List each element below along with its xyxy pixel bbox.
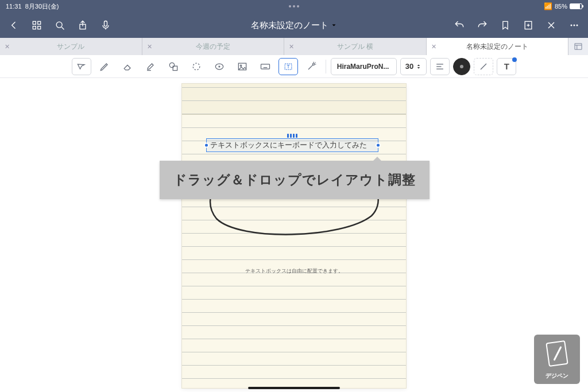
status-date: 8月30日(金): [25, 3, 59, 10]
tab-untitled[interactable]: ✕ 名称未設定のノート: [427, 38, 569, 55]
bg-color-button[interactable]: [474, 58, 493, 75]
svg-text:T: T: [287, 64, 289, 69]
text-style-button[interactable]: T: [497, 58, 516, 75]
resize-handle-left[interactable]: [204, 143, 209, 148]
status-time: 11:31: [6, 3, 22, 10]
svg-line-5: [61, 27, 64, 29]
pen-tool[interactable]: [95, 58, 114, 75]
laser-tool[interactable]: [301, 58, 321, 75]
tab-label: 今週の予定: [196, 42, 230, 52]
tab-layout-button[interactable]: [568, 38, 588, 55]
svg-line-40: [315, 62, 315, 63]
tab-close-icon[interactable]: ✕: [289, 43, 294, 51]
canvas[interactable]: テキストボックスにキーボードで入力してみた テキストボックスは自由に配置できます…: [0, 78, 588, 392]
tab-strip: ✕ サンプル ✕ 今週の予定 ✕ サンプル 横 ✕ 名称未設定のノート: [0, 38, 588, 55]
nav-bar: 名称未設定のノート: [0, 13, 588, 38]
tab-sample-h[interactable]: ✕ サンプル 横: [284, 38, 427, 55]
svg-rect-1: [38, 21, 41, 24]
watermark-logo: デジペン: [534, 335, 580, 384]
font-name-label: HiraMaruProN...: [337, 63, 389, 71]
annotation-callout: ドラッグ＆ドロップでレイアウト調整: [160, 161, 430, 199]
font-picker[interactable]: HiraMaruProN...: [331, 58, 397, 75]
home-indicator[interactable]: [248, 387, 340, 389]
textbox-tool[interactable]: T: [278, 58, 298, 75]
svg-point-37: [312, 63, 314, 65]
tab-label: サンプル: [57, 42, 84, 52]
image-tool[interactable]: [233, 58, 252, 75]
tab-week-plan[interactable]: ✕ 今週の予定: [142, 38, 285, 55]
wifi-icon: 📶: [544, 2, 552, 10]
close-button[interactable]: [542, 16, 560, 34]
sticker-tool[interactable]: [210, 58, 229, 75]
svg-point-23: [193, 63, 200, 70]
tab-label: サンプル 横: [337, 42, 373, 52]
note-page[interactable]: テキストボックスにキーボードで入力してみた テキストボックスは自由に配置できます…: [182, 84, 406, 388]
align-button[interactable]: [430, 58, 450, 75]
placeholder-text: テキストボックスは自由に配置できます。: [245, 268, 343, 274]
multitask-dots-icon[interactable]: [289, 5, 299, 7]
svg-point-4: [56, 22, 62, 28]
svg-marker-25: [218, 65, 220, 68]
tab-close-icon[interactable]: ✕: [431, 43, 436, 51]
tool-bar: T HiraMaruProN... 30 T: [0, 55, 588, 78]
tab-close-icon[interactable]: ✕: [147, 43, 152, 51]
svg-point-15: [574, 25, 575, 26]
divider: [326, 60, 326, 73]
selected-textbox[interactable]: テキストボックスにキーボードで入力してみた: [206, 138, 378, 152]
eraser-tool[interactable]: [118, 58, 137, 75]
doc-title-label: 名称未設定のノート: [251, 20, 328, 31]
text-color-button[interactable]: [453, 58, 470, 75]
redo-button[interactable]: [473, 16, 492, 34]
add-page-button[interactable]: [519, 16, 537, 34]
svg-line-44: [481, 64, 486, 69]
battery-icon: [570, 3, 582, 9]
svg-line-46: [553, 347, 563, 360]
callout-text: ドラッグ＆ドロップでレイアウト調整: [173, 172, 416, 187]
svg-point-14: [571, 25, 572, 26]
svg-rect-7: [105, 21, 107, 26]
font-size-value: 30: [405, 62, 413, 71]
doc-title[interactable]: 名称未設定のノート: [251, 20, 338, 31]
svg-rect-28: [261, 64, 269, 68]
svg-rect-17: [575, 44, 582, 50]
highlighter-tool[interactable]: [141, 58, 160, 75]
keyboard-tool[interactable]: [256, 58, 275, 75]
status-bar: 11:31 8月30日(金) 📶 85%: [0, 0, 588, 13]
svg-rect-2: [33, 26, 36, 29]
resize-handle-right[interactable]: [376, 143, 381, 148]
svg-point-21: [169, 63, 174, 67]
tab-sample[interactable]: ✕ サンプル: [0, 38, 142, 55]
placeholder-textbox[interactable]: テキストボックスは自由に配置できます。: [245, 267, 343, 275]
grid-button[interactable]: [28, 16, 46, 34]
zoom-tool[interactable]: [72, 58, 91, 75]
svg-point-27: [240, 65, 242, 67]
back-button[interactable]: [5, 16, 23, 34]
share-button[interactable]: [74, 16, 92, 34]
drag-grip-icon[interactable]: [287, 134, 297, 138]
textbox-content: テキストボックスにキーボードで入力してみた: [210, 141, 367, 150]
font-size-picker[interactable]: 30: [400, 58, 427, 75]
tab-close-icon[interactable]: ✕: [5, 43, 10, 51]
bookmark-button[interactable]: [496, 16, 514, 34]
more-button[interactable]: [565, 16, 583, 34]
undo-button[interactable]: [450, 16, 469, 34]
watermark-text: デジペン: [546, 372, 568, 380]
battery-percent: 85%: [555, 3, 567, 10]
lasso-tool[interactable]: [187, 58, 206, 75]
svg-point-16: [577, 25, 578, 26]
shape-tool[interactable]: [164, 58, 183, 75]
svg-rect-0: [33, 21, 36, 24]
mic-button[interactable]: [96, 16, 115, 34]
tab-label: 名称未設定のノート: [466, 42, 528, 52]
svg-rect-3: [38, 26, 41, 29]
search-button[interactable]: [51, 16, 69, 34]
